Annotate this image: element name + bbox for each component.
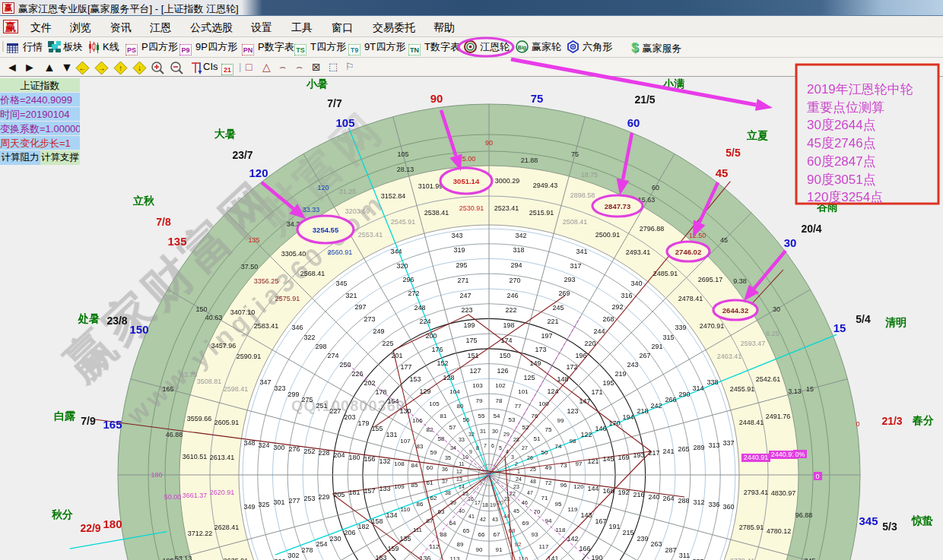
svg-text:119: 119 [568, 506, 578, 513]
svg-text:102: 102 [495, 382, 506, 389]
svg-text:221: 221 [547, 318, 558, 325]
svg-text:2493.41: 2493.41 [626, 248, 651, 256]
svg-text:222: 222 [505, 306, 516, 314]
svg-text:318: 318 [513, 246, 524, 254]
svg-text:107: 107 [400, 438, 411, 445]
svg-text:103: 103 [472, 382, 483, 389]
svg-text:174: 174 [500, 337, 512, 344]
svg-text:277: 277 [288, 497, 300, 505]
svg-text:3610.51: 3610.51 [183, 453, 208, 460]
svg-text:2545.91: 2545.91 [391, 218, 416, 226]
svg-text:60: 60 [627, 116, 640, 129]
svg-text:3203.69: 3203.69 [345, 207, 370, 215]
svg-text:50: 50 [541, 449, 548, 456]
svg-text:2500.91: 2500.91 [595, 231, 621, 239]
svg-text:219: 219 [614, 370, 626, 378]
svg-text:29: 29 [503, 432, 510, 437]
svg-text:4780.12: 4780.12 [767, 527, 792, 535]
svg-text:245: 245 [552, 304, 564, 312]
svg-text:白露: 白露 [54, 410, 76, 422]
svg-text:104: 104 [449, 388, 460, 395]
svg-text:111: 111 [413, 527, 423, 533]
svg-text:2598.41: 2598.41 [224, 385, 249, 393]
svg-text:195: 195 [602, 379, 614, 387]
svg-text:142: 142 [567, 535, 578, 543]
svg-text:86: 86 [417, 501, 424, 508]
svg-text:201: 201 [391, 352, 402, 359]
svg-text:77: 77 [515, 403, 522, 410]
svg-text:88: 88 [440, 531, 447, 538]
svg-text:113: 113 [450, 555, 460, 560]
svg-text:265: 265 [678, 445, 689, 453]
svg-text:345: 345 [335, 280, 347, 287]
svg-text:3559.66: 3559.66 [187, 415, 212, 422]
svg-text:150: 150 [195, 305, 207, 313]
svg-text:82: 82 [427, 426, 433, 433]
svg-text:202: 202 [364, 379, 375, 387]
svg-text:297: 297 [354, 303, 366, 311]
svg-text:147: 147 [579, 397, 590, 405]
svg-text:21: 21 [504, 496, 510, 501]
svg-text:2485.91: 2485.91 [653, 270, 678, 277]
svg-text:215: 215 [622, 529, 633, 536]
svg-text:49: 49 [545, 464, 552, 471]
svg-text:95: 95 [555, 501, 562, 508]
svg-text:179: 179 [357, 419, 369, 427]
svg-text:13: 13 [456, 476, 462, 482]
svg-text:2590.91: 2590.91 [237, 353, 262, 360]
svg-text:299: 299 [287, 391, 299, 398]
svg-text:3457.96: 3457.96 [211, 342, 237, 350]
svg-text:242: 242 [650, 402, 662, 410]
svg-text:169: 169 [618, 454, 629, 461]
svg-text:239: 239 [637, 535, 648, 543]
svg-text:2613.41: 2613.41 [210, 454, 235, 461]
svg-text:338: 338 [706, 378, 718, 386]
svg-text:196: 196 [575, 352, 586, 359]
svg-text:268: 268 [602, 315, 614, 323]
svg-text:60: 60 [427, 464, 433, 471]
svg-text:3407.10: 3407.10 [230, 308, 256, 316]
svg-text:223: 223 [461, 306, 472, 314]
svg-text:99: 99 [557, 417, 564, 424]
svg-text:67: 67 [494, 531, 500, 538]
svg-text:347: 347 [259, 378, 271, 386]
svg-text:3000.29: 3000.29 [495, 177, 520, 185]
svg-text:135: 135 [248, 236, 259, 244]
svg-text:57: 57 [449, 424, 456, 431]
svg-text:90度3051点: 90度3051点 [807, 172, 876, 187]
svg-text:143: 143 [580, 511, 592, 519]
svg-text:45: 45 [716, 166, 729, 179]
svg-text:2605.91: 2605.91 [214, 419, 240, 426]
svg-text:90: 90 [485, 139, 493, 147]
svg-text:3712.22: 3712.22 [188, 530, 213, 537]
svg-text:92: 92 [515, 541, 522, 548]
svg-text:28: 28 [513, 437, 519, 442]
svg-text:22: 22 [510, 491, 516, 496]
svg-text:2508.41: 2508.41 [563, 218, 588, 226]
svg-text:136: 136 [419, 555, 430, 560]
svg-text:33: 33 [459, 437, 465, 442]
svg-text:32: 32 [468, 432, 475, 437]
svg-text:118: 118 [556, 527, 566, 533]
svg-text:22/9: 22/9 [80, 522, 100, 534]
svg-text:291: 291 [651, 343, 662, 350]
svg-text:320: 320 [396, 262, 408, 270]
svg-text:227: 227 [329, 407, 341, 415]
svg-text:52: 52 [522, 424, 529, 431]
svg-text:89: 89 [457, 541, 464, 548]
svg-text:40.63: 40.63 [205, 314, 223, 321]
svg-text:64: 64 [449, 520, 456, 527]
svg-text:218: 218 [637, 407, 648, 415]
svg-text:27: 27 [522, 445, 528, 451]
svg-text:123: 123 [567, 407, 578, 415]
svg-text:53: 53 [509, 416, 516, 423]
svg-text:2568.41: 2568.41 [300, 270, 325, 277]
svg-text:264: 264 [662, 495, 674, 502]
svg-text:156: 156 [364, 455, 375, 463]
svg-text:148: 148 [557, 375, 568, 383]
svg-text:秋分: 秋分 [51, 508, 73, 520]
svg-text:120: 120 [249, 166, 268, 179]
svg-text:292: 292 [611, 303, 623, 311]
svg-text:12: 12 [456, 469, 462, 474]
svg-text:50.00: 50.00 [164, 493, 182, 501]
